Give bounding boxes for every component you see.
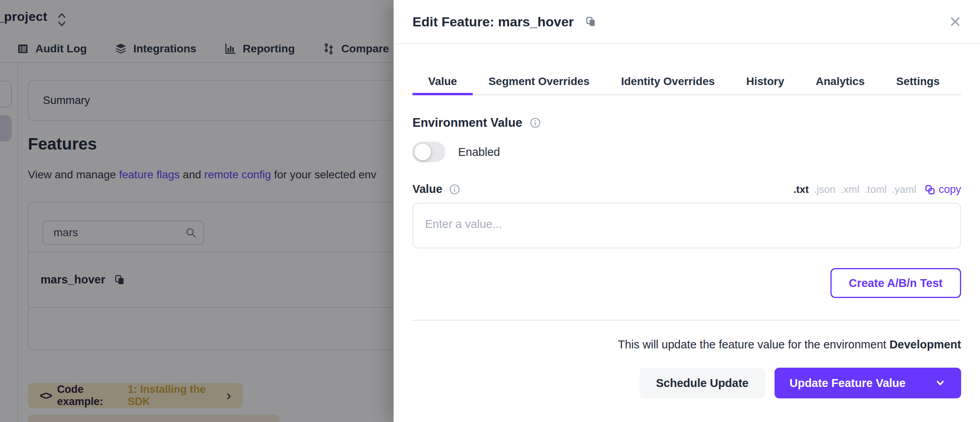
screen: _project Audit Log Integrations Reportin… — [0, 0, 980, 422]
notice-text: This will update the feature value for t… — [618, 338, 889, 351]
format-yaml[interactable]: .yaml — [892, 183, 916, 196]
value-input[interactable] — [412, 203, 961, 248]
toggle-knob — [414, 144, 431, 160]
modal-title: Edit Feature: mars_hover — [412, 14, 574, 30]
format-json[interactable]: .json — [814, 183, 836, 196]
tab-segment-overrides[interactable]: Segment Overrides — [473, 70, 605, 95]
copy-label: copy — [939, 183, 961, 196]
tab-value[interactable]: Value — [412, 70, 473, 95]
close-icon[interactable] — [949, 15, 962, 28]
enabled-toggle[interactable] — [412, 142, 446, 162]
tab-settings[interactable]: Settings — [880, 70, 955, 95]
modal-tabs: Value Segment Overrides Identity Overrid… — [412, 44, 961, 95]
edit-feature-modal: Edit Feature: mars_hover Value Segment O… — [394, 0, 980, 422]
update-feature-value-button[interactable]: Update Feature Value — [775, 368, 961, 398]
info-icon[interactable] — [529, 117, 541, 129]
tab-history[interactable]: History — [730, 70, 800, 95]
update-notice: This will update the feature value for t… — [412, 338, 961, 351]
value-label-group: Value — [412, 183, 460, 196]
update-button-label: Update Feature Value — [790, 377, 906, 390]
modal-body: Environment Value Enabled Value .txt .js… — [394, 116, 980, 398]
copy-value-button[interactable]: copy — [925, 183, 961, 196]
environment-value-title: Environment Value — [412, 116, 522, 130]
enabled-toggle-row: Enabled — [412, 142, 961, 162]
tab-analytics[interactable]: Analytics — [800, 70, 881, 95]
format-xml[interactable]: .xml — [841, 183, 860, 196]
copy-icon[interactable] — [585, 16, 597, 28]
environment-name: Development — [889, 338, 961, 351]
format-toml[interactable]: .toml — [864, 183, 886, 196]
copy-icon — [925, 184, 936, 195]
format-switcher: .txt .json .xml .toml .yaml copy — [793, 183, 961, 196]
environment-value-heading: Environment Value — [412, 116, 961, 130]
format-txt[interactable]: .txt — [793, 183, 809, 196]
toggle-label: Enabled — [458, 146, 500, 159]
value-label: Value — [412, 183, 442, 196]
modal-actions: Schedule Update Update Feature Value — [412, 368, 961, 398]
create-ab-test-button[interactable]: Create A/B/n Test — [830, 268, 962, 298]
ab-test-row: Create A/B/n Test — [412, 268, 961, 298]
schedule-update-button[interactable]: Schedule Update — [640, 368, 765, 398]
chevron-down-icon — [934, 377, 946, 389]
value-row: Value .txt .json .xml .toml .yaml copy — [412, 183, 961, 196]
info-icon[interactable] — [449, 183, 460, 195]
tab-identity-overrides[interactable]: Identity Overrides — [605, 70, 730, 95]
modal-header: Edit Feature: mars_hover — [394, 0, 980, 44]
footer-divider — [412, 320, 961, 321]
